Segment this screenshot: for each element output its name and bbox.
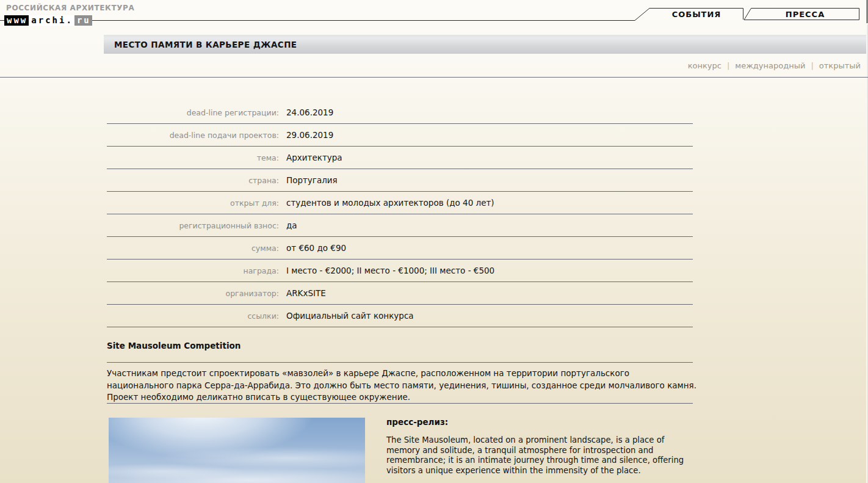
row-value: от €60 до €90 xyxy=(279,243,346,253)
row-label: тема: xyxy=(107,153,279,162)
meta-tag-contest[interactable]: конкурс xyxy=(688,61,722,70)
press-release-block: пресс-релиз: The Site Mausoleum, located… xyxy=(386,417,695,476)
row-label: ссылки: xyxy=(107,311,279,321)
official-site-link[interactable]: Официальный сайт конкурса xyxy=(279,311,414,321)
row-label: открыт для: xyxy=(107,198,279,208)
row-value: Архитектура xyxy=(279,153,342,162)
row-label: dead-line регистрации: xyxy=(107,108,279,117)
page-title: МЕСТО ПАМЯТИ В КАРЬЕРЕ ДЖАСПЕ xyxy=(114,40,297,49)
tab-events[interactable]: СОБЫТИЯ xyxy=(649,9,743,20)
row-value: да xyxy=(279,220,297,230)
row-value: I место - €2000; II место - €1000; III м… xyxy=(279,266,494,275)
row-value: ARKxSITE xyxy=(279,288,326,298)
table-row: dead-line регистрации: 24.06.2019 xyxy=(107,101,693,124)
row-value: 24.06.2019 xyxy=(279,107,333,117)
table-row: тема: Архитектура xyxy=(107,147,693,169)
table-row: dead-line подачи проектов: 29.06.2019 xyxy=(107,124,693,147)
sky-photo xyxy=(109,418,365,483)
page: РОССИЙСКАЯ АРХИТЕКТУРА wwwarchi.ru СОБЫТ… xyxy=(0,0,868,483)
table-row: регистрационный взнос: да xyxy=(107,214,693,237)
article-heading: Site Mausoleum Competition xyxy=(107,341,241,350)
row-label: организатор: xyxy=(107,289,279,298)
row-label: сумма: xyxy=(107,244,279,253)
details-table: dead-line регистрации: 24.06.2019 dead-l… xyxy=(107,101,693,327)
row-label: регистрационный взнос: xyxy=(107,221,279,230)
logo-tld: ru xyxy=(74,15,92,26)
page-title-bar: МЕСТО ПАМЯТИ В КАРЬЕРЕ ДЖАСПЕ xyxy=(104,35,866,54)
logo-www: www xyxy=(4,15,29,26)
table-row: награда: I место - €2000; II место - €10… xyxy=(107,260,693,282)
row-value: Португалия xyxy=(279,175,338,185)
press-release-label: пресс-релиз: xyxy=(386,417,695,427)
table-row: ссылки: Официальный сайт конкурса xyxy=(107,305,693,327)
table-row: организатор: ARKxSITE xyxy=(107,282,693,305)
press-release-text: The Site Mausoleum, located on a promine… xyxy=(386,435,695,476)
separator: | xyxy=(811,61,813,70)
site-logo[interactable]: wwwarchi.ru xyxy=(4,15,92,26)
meta-tag-international[interactable]: международный xyxy=(735,61,805,70)
separator: | xyxy=(727,61,729,70)
divider xyxy=(107,403,693,404)
tab-press[interactable]: ПРЕССА xyxy=(751,9,859,20)
table-row: страна: Португалия xyxy=(107,169,693,192)
row-label: награда: xyxy=(107,266,279,275)
logo-domain: archi. xyxy=(29,15,74,26)
row-value: студентов и молодых архитекторов (до 40 … xyxy=(279,198,494,208)
article-summary: Участникам предстоит спроектировать «мав… xyxy=(107,368,698,404)
table-row: открыт для: студентов и молодых архитект… xyxy=(107,192,693,214)
row-value: 29.06.2019 xyxy=(279,130,333,140)
divider xyxy=(107,362,693,363)
table-row: сумма: от €60 до €90 xyxy=(107,237,693,260)
row-label: dead-line подачи проектов: xyxy=(107,131,279,140)
divider-full-width xyxy=(0,77,868,78)
row-label: страна: xyxy=(107,176,279,185)
meta-tag-open[interactable]: открытый xyxy=(819,61,861,70)
meta-tags: конкурс|международный|открытый xyxy=(688,61,861,70)
